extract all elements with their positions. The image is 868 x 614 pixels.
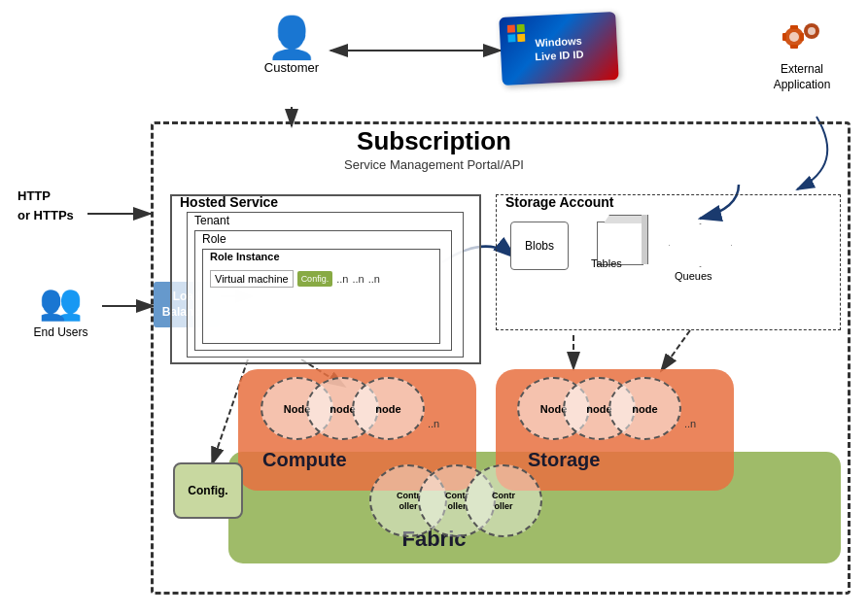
dotn-1: ..n bbox=[336, 273, 348, 285]
role-instance-label: Role Instance bbox=[210, 251, 280, 262]
dotn-3: ..n bbox=[368, 273, 380, 285]
diagram-container: 👤 Customer Windows Live ID ID E bbox=[0, 0, 868, 614]
https-text: or HTTPs bbox=[17, 206, 74, 225]
end-users: 👥 End Users bbox=[24, 282, 97, 339]
tenant-label: Tenant bbox=[194, 214, 229, 227]
end-users-icon: 👥 bbox=[24, 282, 97, 323]
subscription-title: Subscription bbox=[0, 126, 868, 156]
storage-dotn: ..n bbox=[684, 418, 696, 429]
role-label: Role bbox=[202, 232, 226, 246]
windows-live-text: Windows Live ID ID bbox=[534, 33, 584, 63]
svg-rect-23 bbox=[782, 33, 786, 41]
external-app-label: External Application bbox=[763, 62, 841, 92]
storage-label: Storage bbox=[528, 449, 600, 471]
gears-icon bbox=[773, 17, 831, 56]
hosted-service-label: Hosted Service bbox=[180, 194, 278, 210]
svg-rect-15 bbox=[507, 34, 515, 42]
svg-rect-21 bbox=[790, 25, 798, 29]
queues-label: Queues bbox=[675, 270, 712, 282]
svg-rect-14 bbox=[517, 24, 525, 32]
controller-3: Contr oller bbox=[465, 464, 542, 537]
svg-point-20 bbox=[808, 27, 816, 35]
compute-node-3: node bbox=[352, 377, 425, 440]
config-button: Config. bbox=[297, 271, 333, 287]
vm-row: Virtual machine Config. ..n ..n ..n bbox=[210, 270, 380, 288]
http-text: HTTP bbox=[17, 187, 74, 206]
queues-diamond bbox=[669, 223, 732, 267]
compute-label: Compute bbox=[262, 449, 347, 471]
storage-account-label: Storage Account bbox=[505, 194, 614, 210]
end-users-label: End Users bbox=[24, 325, 97, 339]
svg-rect-24 bbox=[800, 33, 804, 41]
customer-figure: 👤 Customer bbox=[258, 17, 326, 75]
customer-icon: 👤 bbox=[258, 17, 326, 58]
role-instance-box bbox=[202, 249, 440, 344]
svg-rect-22 bbox=[790, 45, 798, 49]
customer-label: Customer bbox=[258, 60, 326, 75]
windows-live-badge: Windows Live ID ID bbox=[499, 12, 618, 85]
svg-rect-16 bbox=[517, 34, 525, 42]
queues-shape bbox=[669, 223, 737, 272]
blobs-shape: Blobs bbox=[510, 222, 569, 270]
external-app: External Application bbox=[763, 17, 841, 92]
svg-point-18 bbox=[789, 32, 799, 42]
http-label: HTTP or HTTPs bbox=[17, 187, 74, 224]
tables-label: Tables bbox=[591, 257, 622, 269]
windows-flag-icon bbox=[507, 24, 526, 43]
blobs-label: Blobs bbox=[525, 239, 554, 253]
svg-rect-13 bbox=[507, 24, 515, 32]
compute-dotn: ..n bbox=[428, 418, 439, 429]
dotn-2: ..n bbox=[352, 273, 364, 285]
storage-node-3: node bbox=[608, 377, 681, 440]
config-shape: Config. bbox=[173, 462, 243, 519]
service-mgmt-label: Service Management Portal/API bbox=[0, 157, 868, 172]
virtual-machine-label: Virtual machine bbox=[210, 270, 294, 288]
